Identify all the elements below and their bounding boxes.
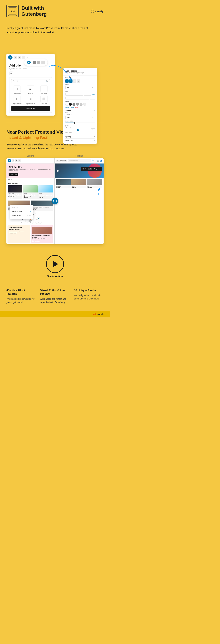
cart-icon-fs[interactable]: 🛒 (97, 160, 99, 162)
ft-more-icon: ⋮ (99, 168, 101, 170)
color-swatch-gray2[interactable] (76, 103, 79, 106)
arrival-item-1: Smartphones Apple 11-inch iPad Pro... Wi… (8, 185, 22, 199)
fp-item-3[interactable]: iPad $1,999.00 (87, 179, 102, 188)
block-item-agnicard[interactable]: ⬜ Agni Card (38, 96, 50, 104)
new-arrivals-title: New Arrivals (8, 182, 53, 184)
panel-level-row: Level (65, 84, 95, 85)
arrival-img-1 (8, 185, 22, 192)
panel-size-row: Size (65, 90, 95, 92)
code-editor-option[interactable]: Code editor ⇧⌘M (12, 214, 31, 217)
level-select[interactable]: H2 ▼ (65, 86, 95, 89)
color-swatch-black[interactable] (69, 103, 72, 106)
reset-btn[interactable]: Reset (92, 94, 95, 95)
block-label-agnicard: Agni Card (41, 103, 47, 104)
split-btn-1[interactable]: ✏ (12, 160, 14, 162)
play-button[interactable] (46, 255, 64, 273)
toolbar-btn-1[interactable]: ✏ (13, 56, 17, 59)
browse-all-btn[interactable]: Browse all (11, 106, 50, 111)
logo-icon: G (6, 5, 18, 17)
size-input-2[interactable] (84, 93, 91, 96)
block-label-agnicolumns: Agni Columns (26, 103, 35, 104)
split-btn-3[interactable]: ⟳ (18, 160, 21, 162)
ft-h2-btn[interactable]: H2 (88, 168, 92, 170)
floating-toolbar[interactable]: W (24, 59, 47, 66)
block-item-paragraph[interactable]: ¶ Paragraph (11, 86, 23, 94)
cat-circle-televisions[interactable]: 📺 Televisions (4)LG, RE Televisions (35, 217, 42, 224)
custom-color-link[interactable]: Custom color (65, 106, 74, 108)
letter-spacing-slider[interactable] (65, 130, 90, 130)
fp-price-3: $1,999.00 (88, 187, 102, 188)
editor-popup: EDITOR Visual editor ✓ Code editor ⇧⌘M (10, 205, 33, 219)
backend-explore-btn[interactable]: Explore now (8, 173, 18, 176)
center-nav-arrow[interactable]: ❮ ❯ (52, 198, 58, 204)
panel-action-2[interactable]: ⊞ (69, 80, 73, 83)
block-item-agnilist[interactable]: ☰ Agni List (25, 86, 37, 94)
fs-search-input[interactable]: Search Products... (68, 159, 91, 162)
letter-spacing-controls: 0 (65, 128, 95, 131)
category-dropdown[interactable]: All Categories ▼ (56, 160, 67, 162)
panel-action-3[interactable]: T (73, 80, 76, 83)
discount-ipad-btn[interactable]: Explore Now (9, 232, 17, 234)
visual-editor-option[interactable]: Visual editor ✓ (12, 210, 31, 214)
play-section: See in Action (0, 248, 110, 283)
arrival-cost-1: $1,999.00 (8, 198, 22, 199)
arrival-cost-3: $131.52 (38, 197, 53, 199)
block-item-agniheading[interactable]: H Agni Heading (11, 96, 23, 104)
fs-icons: 🔍 ♡ 🛒 👤 (92, 160, 102, 162)
toolbar-dot-3 (41, 61, 45, 64)
frontend-floating-toolbar[interactable]: ⊞ ≡ H2 B 🔗 ⋮ (81, 167, 102, 171)
page-wrapper: G Built with Gutenberg C cartify Really … (0, 0, 110, 317)
discount-brands-btn[interactable]: Explore Now (32, 240, 40, 242)
arrivals-grid: Smartphones Apple 11-inch iPad Pro... Wi… (8, 185, 53, 199)
color-swatch-white[interactable] (65, 103, 68, 106)
line-height-slider[interactable] (65, 122, 95, 123)
custom-input-2[interactable] (90, 96, 95, 100)
split-btn-2[interactable]: ⚑ (15, 160, 17, 162)
toolbar-btn-2[interactable]: ⚑ (18, 56, 21, 59)
ft-bold-btn[interactable]: B (94, 168, 95, 170)
block-item-agnicolumns[interactable]: ⊞ Agni Columns (25, 96, 37, 104)
heart-icon-fs[interactable]: ♡ (95, 160, 97, 162)
fp-item-1[interactable]: Televisions SLTV 9 (56, 179, 71, 188)
frontend-label: Frontend (55, 155, 104, 157)
panel-action-row: ⋮ ⊞ T 🗑 (65, 80, 95, 83)
color-swatch-gray4[interactable] (83, 103, 86, 106)
block-label-agniheading: Agni Heading (13, 103, 21, 104)
letter-spacing-input[interactable]: 0 (91, 128, 95, 131)
panel-action-1[interactable]: ⋮ (65, 80, 69, 83)
nav-arrows[interactable]: ◀ ▶ (8, 178, 10, 180)
advanced-label: Advanced (65, 140, 73, 141)
feature-3-desc: We designed our own blocks to enhance th… (74, 294, 104, 300)
feature-2: Visual Editor & Live Preview All changes… (40, 288, 70, 304)
block-search[interactable]: Search 🔍 (11, 79, 50, 83)
spacing-collapsed[interactable]: Spacing ▼ (65, 135, 95, 138)
block-item-agnitext[interactable]: T Agni Text (38, 86, 50, 94)
block-icon-agnilist: ☰ (27, 86, 34, 92)
fp-item-2[interactable]: Shoes $243.55 (71, 179, 86, 188)
text-transform-select[interactable]: None ▼ (65, 116, 95, 119)
search-icon: 🔍 (46, 80, 48, 82)
fp-img-3 (87, 179, 102, 185)
color-swatches (65, 103, 95, 106)
panel-action-4[interactable]: 🗑 (77, 80, 80, 83)
toolbar-btn-3[interactable]: ⟳ (22, 56, 25, 59)
size-input[interactable] (65, 93, 83, 96)
header-title: Built with Gutenberg (21, 5, 47, 17)
panel-body: General ▲ ⋮ ⊞ (63, 76, 97, 144)
clear-link[interactable]: Clear (75, 106, 79, 108)
frontend-panel: All Categories ▼ Search Products... 🔍 ♡ … (55, 158, 104, 244)
color-swatch-gray1[interactable] (73, 103, 75, 106)
custom-input-1[interactable] (65, 96, 89, 100)
cat-label-smartphones: Smartphones(35) (19, 220, 25, 222)
user-icon-fs[interactable]: 👤 (100, 160, 102, 162)
gutenberg-preview: W (0, 40, 110, 119)
color-swatch-gray3[interactable] (80, 103, 83, 106)
search-icon-fs[interactable]: 🔍 (92, 160, 94, 162)
toolbar-dot-2 (37, 61, 40, 64)
visual-editor-check: ✓ (29, 210, 31, 213)
description-section: Really a great tool made by WordPress te… (0, 21, 110, 40)
advanced-collapsed[interactable]: Advanced ▼ (65, 138, 95, 142)
panel-general-title: General ▲ (65, 77, 95, 79)
wp-icon: W (8, 55, 12, 60)
plus-btn[interactable]: + (9, 72, 13, 75)
